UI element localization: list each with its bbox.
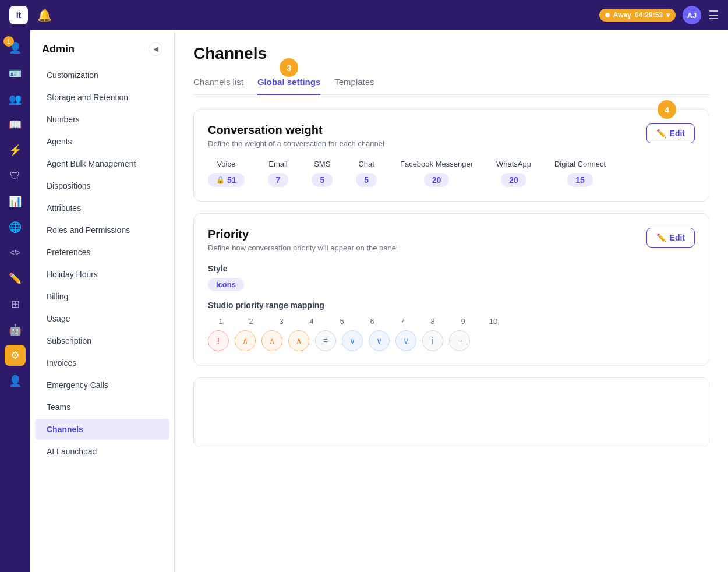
num-3: 3	[271, 317, 292, 326]
sidebar-item-billing[interactable]: Billing	[35, 286, 169, 307]
conversation-weight-title: Conversation weight	[208, 123, 695, 137]
book-icon: 📖	[9, 118, 22, 131]
analytics-icon: 📊	[9, 195, 22, 208]
grid-icon: ⊞	[11, 298, 20, 310]
admin-nav: Customization Storage and Retention Numb…	[30, 62, 174, 465]
sidebar-icon-users[interactable]: 👤	[5, 370, 26, 391]
sidebar-item-attributes[interactable]: Attributes	[35, 197, 169, 218]
priority-icon-4[interactable]: ∧	[288, 330, 309, 351]
top-navigation: it 🔔 Away 04:29:53 ▾ AJ ☰	[0, 0, 728, 30]
admin-sidebar: Admin ◀ Customization Storage and Retent…	[30, 30, 175, 572]
lock-icon: 🔒	[216, 176, 225, 184]
avatar[interactable]: AJ	[683, 6, 701, 24]
channel-whatsapp-label: WhatsApp	[496, 160, 531, 168]
status-pill[interactable]: Away 04:29:53 ▾	[599, 9, 676, 22]
channel-chat-badge: 5	[356, 173, 377, 187]
num-9: 9	[453, 317, 473, 326]
settings-icon: ⚙	[10, 349, 20, 362]
sidebar-item-dispositions[interactable]: Dispositions	[35, 175, 169, 196]
tab-templates[interactable]: Templates	[334, 72, 374, 95]
num-5: 5	[331, 317, 352, 326]
status-text: Away	[613, 11, 631, 19]
num-2: 2	[241, 317, 261, 326]
sidebar-item-numbers[interactable]: Numbers	[35, 109, 169, 130]
admin-sidebar-title: Admin	[42, 43, 75, 55]
status-dot	[605, 13, 610, 17]
pencil-icon: ✏️	[656, 129, 666, 138]
conversation-weight-card: 4 Conversation weight Define the weight …	[193, 109, 709, 202]
priority-icon-6[interactable]: ∨	[342, 330, 363, 351]
sidebar-icon-grid[interactable]: ⊞	[5, 294, 26, 315]
sidebar-icon-settings[interactable]: ⚙	[5, 345, 26, 366]
sidebar-icon-shield[interactable]: 🛡	[5, 165, 26, 186]
priority-icon-7[interactable]: ∨	[369, 330, 390, 351]
channel-sms-label: SMS	[314, 160, 330, 168]
conversation-weight-subtitle: Define the weight of a conversation for …	[208, 139, 695, 148]
num-8: 8	[422, 317, 443, 326]
priority-subtitle: Define how conversation priority will ap…	[208, 243, 695, 252]
sidebar-icon-book[interactable]: 📖	[5, 114, 26, 135]
sidebar-item-agents[interactable]: Agents	[35, 131, 169, 152]
priority-icon-5[interactable]: =	[315, 330, 336, 351]
priority-title: Priority	[208, 228, 695, 241]
sidebar-icon-code[interactable]: </>	[5, 242, 26, 263]
conversation-weight-edit-button[interactable]: ✏️ Edit	[646, 123, 695, 143]
channel-facebook: Facebook Messenger 20	[400, 160, 473, 187]
priority-icon-8[interactable]: ∨	[395, 330, 416, 351]
sidebar-item-channels[interactable]: Channels	[35, 419, 169, 440]
sidebar-item-invoices[interactable]: Invoices	[35, 352, 169, 373]
menu-icon[interactable]: ☰	[708, 8, 719, 22]
mapping-label: Studio priority range mapping	[208, 301, 695, 310]
num-1: 1	[210, 317, 231, 326]
sidebar-icon-flow[interactable]: ⚡	[5, 140, 26, 161]
sidebar-item-preferences[interactable]: Preferences	[35, 242, 169, 263]
edit-icon: ✏️	[9, 272, 22, 285]
sidebar-item-teams[interactable]: Teams	[35, 397, 169, 418]
priority-edit-button[interactable]: ✏️ Edit	[646, 228, 695, 248]
channel-digital-connect-label: Digital Connect	[554, 160, 606, 168]
shield-icon: 🛡	[10, 170, 20, 182]
robot-icon: 🤖	[9, 323, 22, 336]
channel-digital-connect: Digital Connect 15	[554, 160, 606, 187]
collapse-sidebar-button[interactable]: ◀	[149, 42, 162, 56]
tour-badge-3: 3	[280, 58, 298, 77]
sidebar-icon-robot[interactable]: 🤖	[5, 319, 26, 340]
priority-icon-10[interactable]: −	[449, 330, 470, 351]
priority-icon-2[interactable]: ∧	[235, 330, 256, 351]
style-value-badge: Icons	[208, 278, 244, 291]
sidebar-icon-group[interactable]: 👥	[5, 89, 26, 110]
num-4: 4	[301, 317, 322, 326]
sidebar-item-agent-bulk[interactable]: Agent Bulk Management	[35, 153, 169, 174]
tab-channels-list[interactable]: Channels list	[193, 72, 243, 95]
channel-digital-connect-badge: 15	[567, 173, 593, 187]
sidebar-item-subscription[interactable]: Subscription	[35, 330, 169, 351]
sidebar-item-roles[interactable]: Roles and Permissions	[35, 220, 169, 241]
sidebar-item-emergency[interactable]: Emergency Calls	[35, 375, 169, 396]
channel-email-badge: 7	[268, 173, 289, 187]
sidebar-item-storage[interactable]: Storage and Retention	[35, 87, 169, 108]
empty-card	[193, 377, 709, 447]
flow-icon: ⚡	[9, 144, 22, 157]
sidebar-icon-globe[interactable]: 🌐	[5, 217, 26, 238]
channel-facebook-label: Facebook Messenger	[400, 160, 473, 168]
icon-sidebar: 👤 1 🪪 👥 📖 ⚡ 🛡 📊 🌐 </> ✏️ ⊞ 🤖 ⚙ 👤	[0, 30, 30, 572]
priority-icon-9[interactable]: i	[422, 330, 443, 351]
sidebar-icon-person[interactable]: 👤 1	[5, 37, 26, 58]
sidebar-item-usage[interactable]: Usage	[35, 308, 169, 329]
pencil2-icon: ✏️	[656, 233, 666, 242]
sidebar-icon-analytics[interactable]: 📊	[5, 191, 26, 212]
sidebar-item-ai-launchpad[interactable]: AI Launchpad	[35, 441, 169, 462]
channel-facebook-badge: 20	[424, 173, 450, 187]
priority-icon-3[interactable]: ∧	[261, 330, 282, 351]
sidebar-item-holiday[interactable]: Holiday Hours	[35, 264, 169, 285]
priority-icon-1[interactable]: !	[208, 330, 229, 351]
num-10: 10	[483, 317, 504, 326]
sidebar-icon-edit[interactable]: ✏️	[5, 268, 26, 289]
sidebar-icon-contact[interactable]: 🪪	[5, 63, 26, 84]
notification-bell-icon[interactable]: 🔔	[37, 8, 52, 22]
num-6: 6	[362, 317, 383, 326]
tab-global-settings[interactable]: Global settings 3	[257, 72, 320, 95]
sidebar-item-customization[interactable]: Customization	[35, 65, 169, 86]
users2-icon: 👤	[9, 375, 22, 387]
num-7: 7	[392, 317, 413, 326]
